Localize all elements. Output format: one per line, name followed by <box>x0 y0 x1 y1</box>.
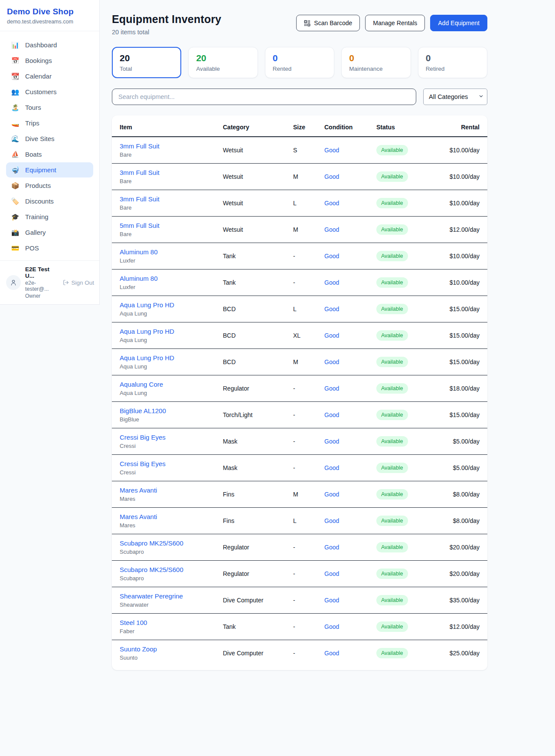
manage-rentals-button[interactable]: Manage Rentals <box>365 15 425 31</box>
status-badge: Available <box>376 436 408 447</box>
condition-link[interactable]: Good <box>324 226 339 233</box>
item-brand: BigBlue <box>120 416 216 423</box>
item-brand: Bare <box>120 178 216 184</box>
table-row: 3mm Full Suit Bare Wetsuit L Good Availa… <box>112 190 487 217</box>
item-name-link[interactable]: 3mm Full Suit <box>120 195 216 203</box>
brand-name[interactable]: Demo Dive Shop <box>7 7 92 16</box>
item-category: BCD <box>219 296 290 322</box>
sidebar-item-calendar[interactable]: 📆 Calendar <box>6 69 93 84</box>
item-name-link[interactable]: Cressi Big Eyes <box>120 434 216 441</box>
table-row: Mares Avanti Mares Fins M Good Available… <box>112 481 487 508</box>
condition-link[interactable]: Good <box>324 597 339 604</box>
item-name-link[interactable]: Aqualung Core <box>120 381 216 388</box>
rental-price: $10.00/day <box>450 200 480 207</box>
item-name-link[interactable]: 3mm Full Suit <box>120 142 216 150</box>
camera-flash-icon: 📸 <box>10 229 20 236</box>
sidebar-item-bookings[interactable]: 📅 Bookings <box>6 53 93 68</box>
item-size: - <box>290 640 321 667</box>
sidebar-item-pos[interactable]: 💳 POS <box>6 240 93 256</box>
sidebar-item-trips[interactable]: 🚤 Trips <box>6 115 93 131</box>
condition-link[interactable]: Good <box>324 517 339 524</box>
stat-card-maintenance[interactable]: 0 Maintenance <box>341 47 411 78</box>
sign-out-button[interactable]: Sign Out <box>63 279 94 286</box>
condition-link[interactable]: Good <box>324 279 339 286</box>
sidebar-item-training[interactable]: 🎓 Training <box>6 209 93 224</box>
add-equipment-label: Add Equipment <box>438 20 480 26</box>
condition-link[interactable]: Good <box>324 650 339 657</box>
sidebar-item-label: Dive Sites <box>25 135 55 142</box>
condition-link[interactable]: Good <box>324 173 339 180</box>
sidebar-item-discounts[interactable]: 🏷️ Discounts <box>6 194 93 209</box>
item-name-link[interactable]: 3mm Full Suit <box>120 169 216 176</box>
condition-link[interactable]: Good <box>324 358 339 365</box>
item-name-link[interactable]: Steel 100 <box>120 619 216 626</box>
rental-price: $12.00/day <box>450 226 480 233</box>
condition-link[interactable]: Good <box>324 411 339 418</box>
table-row: Cressi Big Eyes Cressi Mask - Good Avail… <box>112 428 487 455</box>
add-equipment-button[interactable]: Add Equipment <box>430 15 487 31</box>
condition-link[interactable]: Good <box>324 200 339 207</box>
condition-link[interactable]: Good <box>324 464 339 471</box>
item-category: Wetsuit <box>219 164 290 190</box>
item-size: - <box>290 455 321 481</box>
item-name-link[interactable]: Cressi Big Eyes <box>120 460 216 467</box>
item-category: Wetsuit <box>219 190 290 217</box>
condition-link[interactable]: Good <box>324 570 339 577</box>
sidebar-item-customers[interactable]: 👥 Customers <box>6 84 93 99</box>
column-header-status: Status <box>373 115 435 137</box>
condition-link[interactable]: Good <box>324 147 339 154</box>
equipment-table-card: ItemCategorySizeConditionStatusRental 3m… <box>112 115 487 670</box>
condition-link[interactable]: Good <box>324 332 339 339</box>
stat-card-rented[interactable]: 0 Rented <box>265 47 334 78</box>
item-name-link[interactable]: Mares Avanti <box>120 486 216 494</box>
condition-link[interactable]: Good <box>324 623 339 630</box>
item-name-link[interactable]: Scubapro MK25/S600 <box>120 539 216 547</box>
stat-card-total[interactable]: 20 Total <box>112 47 181 78</box>
item-category: Regulator <box>219 561 290 587</box>
item-name-link[interactable]: Aqua Lung Pro HD <box>120 301 216 309</box>
condition-link[interactable]: Good <box>324 385 339 392</box>
item-name-link[interactable]: Shearwater Peregrine <box>120 592 216 600</box>
filter-bar: All Categories <box>112 89 487 105</box>
item-name-link[interactable]: Aluminum 80 <box>120 248 216 256</box>
item-name-link[interactable]: Aluminum 80 <box>120 275 216 282</box>
table-row: Suunto Zoop Suunto Dive Computer - Good … <box>112 640 487 667</box>
condition-link[interactable]: Good <box>324 306 339 312</box>
condition-link[interactable]: Good <box>324 544 339 551</box>
item-brand: Aqua Lung <box>120 337 216 343</box>
category-select[interactable]: All Categories <box>423 89 487 105</box>
item-category: Fins <box>219 481 290 508</box>
item-name-link[interactable]: BigBlue AL1200 <box>120 407 216 414</box>
condition-link[interactable]: Good <box>324 253 339 260</box>
sidebar-item-dashboard[interactable]: 📊 Dashboard <box>6 37 93 53</box>
item-category: Mask <box>219 455 290 481</box>
item-name-link[interactable]: Aqua Lung Pro HD <box>120 354 216 362</box>
scan-barcode-button[interactable]: Scan Barcode <box>296 15 360 31</box>
rental-price: $25.00/day <box>450 650 480 657</box>
item-size: - <box>290 243 321 270</box>
item-brand: Luxfer <box>120 257 216 264</box>
item-category: BCD <box>219 322 290 349</box>
sidebar-item-products[interactable]: 📦 Products <box>6 178 93 193</box>
item-name-link[interactable]: 5mm Full Suit <box>120 222 216 229</box>
sidebar-item-gallery[interactable]: 📸 Gallery <box>6 225 93 240</box>
item-name-link[interactable]: Suunto Zoop <box>120 645 216 653</box>
sidebar-item-equipment[interactable]: 🤿 Equipment <box>6 162 93 177</box>
condition-link[interactable]: Good <box>324 491 339 498</box>
search-input[interactable] <box>112 89 416 105</box>
speedboat-icon: 🚤 <box>10 120 20 126</box>
item-size: S <box>290 137 321 164</box>
sidebar-item-label: Tours <box>25 104 41 111</box>
item-name-link[interactable]: Mares Avanti <box>120 513 216 520</box>
stat-card-available[interactable]: 20 Available <box>188 47 258 78</box>
sidebar-item-tours[interactable]: 🏝️ Tours <box>6 100 93 115</box>
item-name-link[interactable]: Scubapro MK25/S600 <box>120 566 216 573</box>
header-actions: Scan Barcode Manage Rentals Add Equipmen… <box>296 15 487 31</box>
sidebar-item-dive-sites[interactable]: 🌊 Dive Sites <box>6 131 93 146</box>
sidebar-item-boats[interactable]: ⛵ Boats <box>6 147 93 162</box>
item-name-link[interactable]: Aqua Lung Pro HD <box>120 328 216 335</box>
condition-link[interactable]: Good <box>324 438 339 445</box>
item-brand: Shearwater <box>120 602 216 608</box>
rental-price: $5.00/day <box>453 438 480 445</box>
stat-card-retired[interactable]: 0 Retired <box>418 47 487 78</box>
